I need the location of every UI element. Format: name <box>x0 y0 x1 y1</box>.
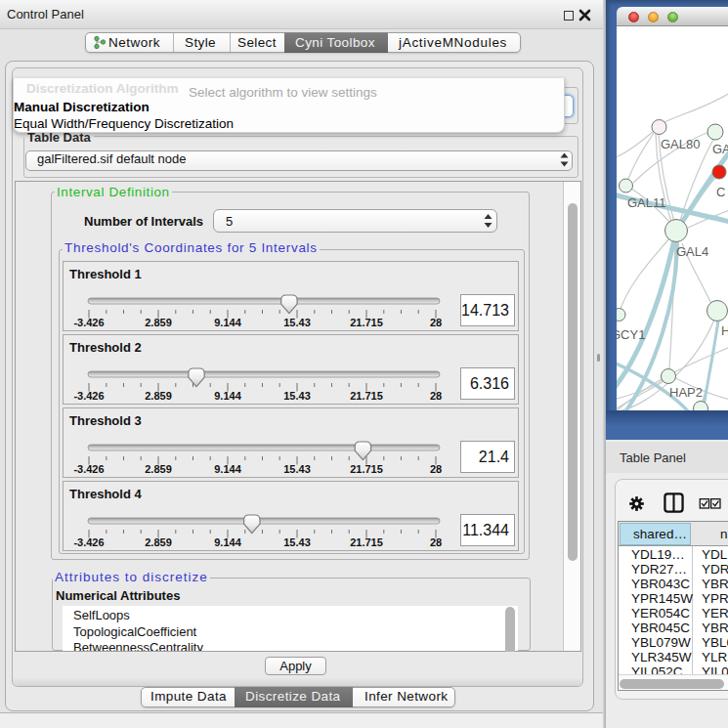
svg-text:H: H <box>721 323 728 338</box>
svg-text:GCY1: GCY1 <box>617 327 645 342</box>
svg-text:2.859: 2.859 <box>145 390 172 402</box>
svg-text:15.43: 15.43 <box>283 317 311 328</box>
svg-text:28: 28 <box>430 317 442 328</box>
svg-text:-3.426: -3.426 <box>73 463 104 475</box>
svg-text:9.144: 9.144 <box>214 317 241 328</box>
svg-text:GAL80: GAL80 <box>661 137 700 151</box>
svg-text:2.859: 2.859 <box>145 463 172 475</box>
svg-text:9.144: 9.144 <box>214 536 241 548</box>
svg-text:9.144: 9.144 <box>214 463 241 475</box>
svg-text:2.859: 2.859 <box>145 536 172 548</box>
svg-text:HAP2: HAP2 <box>669 385 703 400</box>
svg-text:15.43: 15.43 <box>283 463 311 475</box>
svg-text:21.715: 21.715 <box>350 463 383 475</box>
svg-text:-3.426: -3.426 <box>73 317 104 328</box>
svg-text:9.144: 9.144 <box>214 390 241 402</box>
svg-text:GAL4: GAL4 <box>676 244 708 259</box>
svg-text:15.43: 15.43 <box>283 390 311 402</box>
svg-text:C: C <box>716 185 725 199</box>
svg-text:28: 28 <box>430 463 442 475</box>
svg-text:2.859: 2.859 <box>145 317 172 328</box>
svg-text:GA: GA <box>712 142 728 156</box>
svg-text:GAL11: GAL11 <box>627 195 666 210</box>
svg-text:21.715: 21.715 <box>350 317 383 328</box>
svg-text:-3.426: -3.426 <box>73 390 104 402</box>
svg-text:15.43: 15.43 <box>283 536 311 548</box>
svg-text:28: 28 <box>430 390 442 402</box>
svg-text:21.715: 21.715 <box>350 390 383 402</box>
svg-text:28: 28 <box>430 536 442 548</box>
svg-text:21.715: 21.715 <box>350 536 383 548</box>
svg-text:-3.426: -3.426 <box>73 536 104 548</box>
